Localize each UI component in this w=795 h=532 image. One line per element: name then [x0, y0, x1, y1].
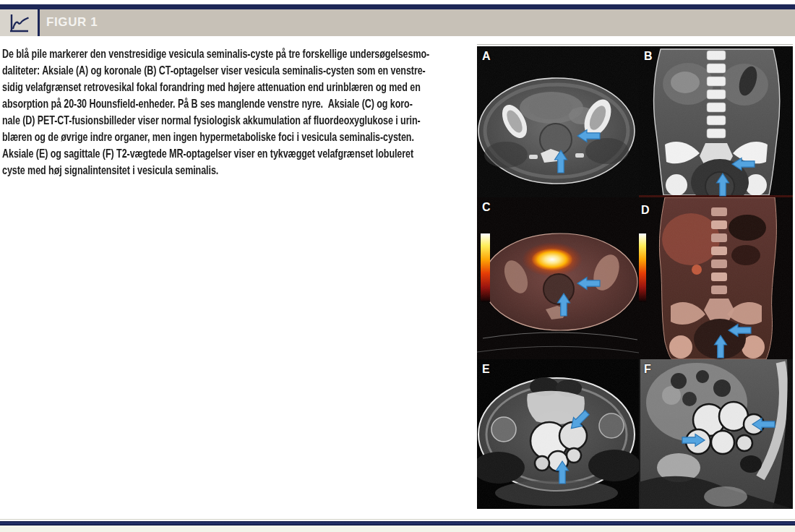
figure-background: A — [477, 46, 793, 509]
panel-a-axial-ct: A — [477, 46, 639, 197]
panel-label: E — [482, 363, 490, 376]
footer-tint — [0, 525, 795, 532]
figure-header-bar: FIGUR 1 — [0, 9, 795, 36]
line-chart-icon — [7, 12, 33, 35]
article-figure-page: FIGUR 1 De blå pile markerer den venstre… — [0, 0, 795, 532]
figure-heading: FIGUR 1 — [46, 15, 98, 30]
panel-label: A — [482, 50, 491, 63]
axial-petct-image — [477, 197, 639, 359]
panel-label: F — [644, 363, 651, 376]
panel-label: D — [641, 204, 650, 217]
panel-e-axial-mr: E — [477, 359, 640, 509]
figure-image-grid: A — [477, 44, 793, 509]
coronal-petct-image — [639, 197, 793, 359]
header-divider — [38, 9, 40, 36]
figure-caption: De blå pile markerer den venstresidige v… — [2, 46, 475, 179]
panel-d-coronal-petct: D — [639, 197, 793, 359]
coronal-ct-image — [639, 46, 793, 197]
figure-icon-box — [0, 9, 38, 36]
panel-c-axial-petct: C — [477, 197, 639, 359]
axial-ct-image — [477, 46, 639, 197]
panel-label: B — [644, 50, 653, 63]
panel-b-coronal-ct: B — [639, 46, 793, 197]
panel-f-sagittal-mr: F — [639, 359, 793, 509]
panel-label: C — [482, 201, 491, 214]
sagittal-mr-image — [639, 359, 793, 509]
footer-hairline — [0, 519, 795, 520]
header-top-rule — [0, 4, 795, 9]
axial-mr-image — [477, 359, 639, 509]
